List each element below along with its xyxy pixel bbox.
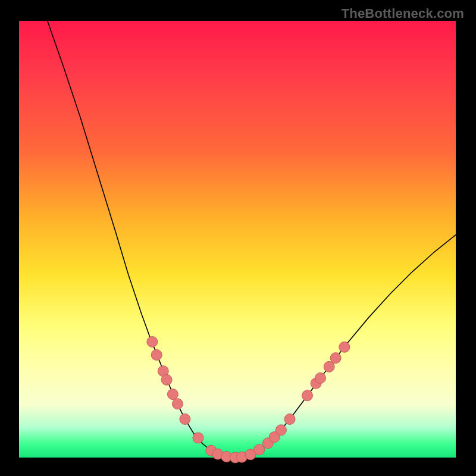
data-point bbox=[167, 389, 178, 400]
data-point bbox=[172, 399, 183, 409]
data-point bbox=[284, 414, 295, 424]
data-points-left bbox=[147, 336, 240, 463]
data-point bbox=[324, 361, 334, 372]
data-point bbox=[180, 414, 190, 424]
data-point bbox=[275, 425, 286, 436]
data-point bbox=[315, 372, 325, 383]
data-point bbox=[339, 342, 350, 352]
data-point bbox=[161, 374, 172, 385]
data-point bbox=[302, 390, 312, 401]
data-point bbox=[151, 350, 162, 361]
data-points-right bbox=[236, 342, 349, 462]
data-point bbox=[330, 353, 341, 364]
data-point bbox=[193, 433, 203, 443]
chart-overlay bbox=[19, 21, 456, 458]
curve-left bbox=[48, 21, 236, 458]
watermark: TheBottleneck.com bbox=[342, 6, 464, 21]
data-point bbox=[254, 444, 265, 455]
data-point bbox=[147, 336, 158, 347]
